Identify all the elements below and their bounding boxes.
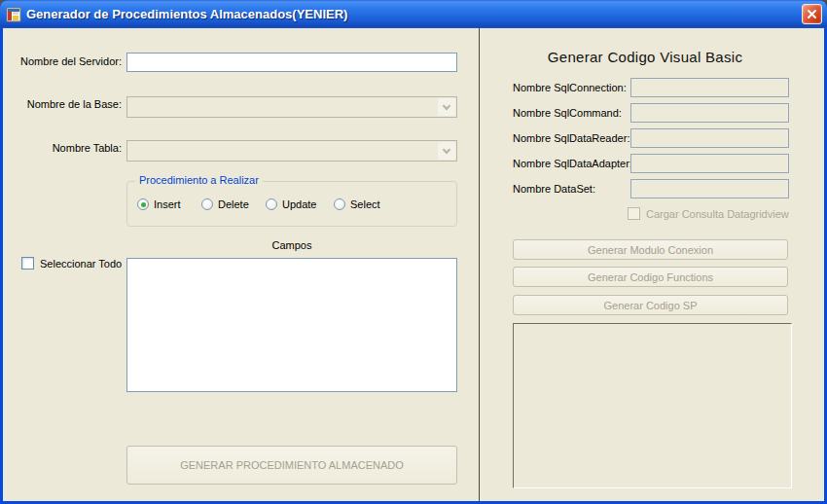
code-output-box[interactable] xyxy=(513,323,792,488)
dataset-input[interactable] xyxy=(630,179,789,198)
combobox-dropdown-button[interactable] xyxy=(438,98,455,116)
database-combobox[interactable] xyxy=(126,96,457,118)
campos-label: Campos xyxy=(126,239,457,251)
generate-functions-button[interactable]: Generar Codigo Functions xyxy=(513,267,788,287)
sqldatareader-label: Nombre SqlDataReader: xyxy=(513,132,629,144)
panel-divider xyxy=(479,28,480,501)
radio-delete[interactable]: Delete xyxy=(201,198,249,210)
app-icon xyxy=(6,7,21,22)
radio-icon xyxy=(201,198,213,210)
radio-icon xyxy=(334,198,345,210)
sqlconnection-input[interactable] xyxy=(630,78,789,97)
titlebar[interactable]: Generador de Procedimientos Almacenados(… xyxy=(0,0,827,28)
sqldataadapter-input[interactable] xyxy=(630,154,789,173)
close-button[interactable] xyxy=(802,4,822,24)
sqlconnection-label: Nombre SqlConnection: xyxy=(513,82,627,93)
table-combobox[interactable] xyxy=(126,140,457,162)
database-name-label: Nombre de la Base: xyxy=(15,98,122,110)
table-name-label: Nombre Tabla: xyxy=(15,142,122,154)
sqlcommand-input[interactable] xyxy=(630,103,789,123)
checkbox-icon xyxy=(628,207,640,220)
campos-listbox[interactable] xyxy=(126,258,457,392)
radio-update[interactable]: Update xyxy=(266,198,316,210)
chevron-down-icon xyxy=(443,145,450,153)
checkbox-label: Seleccionar Todo xyxy=(40,258,122,270)
dataset-label: Nombre DataSet: xyxy=(513,183,595,195)
server-name-label: Nombre del Servidor: xyxy=(15,55,122,67)
sqlcommand-label: Nombre SqlCommand: xyxy=(513,107,622,119)
sqldataadapter-label: Nombre SqlDataAdapter: xyxy=(513,158,632,169)
checkbox-label: Cargar Consulta Datagridview xyxy=(646,208,789,220)
window-title: Generador de Procedimientos Almacenados(… xyxy=(26,7,347,21)
datagridview-checkbox[interactable]: Cargar Consulta Datagridview xyxy=(628,207,789,220)
generate-sp-button[interactable]: Generar Codigo SP xyxy=(513,295,788,315)
vb-code-heading: Generar Codigo Visual Basic xyxy=(499,49,791,65)
server-name-input[interactable] xyxy=(126,53,457,72)
procedure-groupbox: Procedimiento a Realizar Insert Delete U… xyxy=(126,181,457,227)
select-all-checkbox[interactable]: Seleccionar Todo xyxy=(21,257,122,270)
form-client-area: Nombre del Servidor: Nombre de la Base: … xyxy=(3,28,824,501)
procedure-groupbox-title: Procedimiento a Realizar xyxy=(135,174,263,186)
radio-insert[interactable]: Insert xyxy=(137,198,181,210)
combobox-dropdown-button[interactable] xyxy=(438,142,455,160)
radio-select[interactable]: Select xyxy=(334,198,380,210)
radio-icon xyxy=(137,198,149,210)
checkbox-icon xyxy=(21,257,34,270)
radio-label: Update xyxy=(282,198,316,210)
radio-label: Select xyxy=(350,198,380,210)
close-icon xyxy=(807,9,817,19)
generate-module-button[interactable]: Generar Modulo Conexion xyxy=(513,239,788,260)
app-window: Generador de Procedimientos Almacenados(… xyxy=(0,0,827,504)
sqldatareader-input[interactable] xyxy=(630,128,789,148)
radio-label: Insert xyxy=(154,198,181,210)
radio-icon xyxy=(266,198,277,210)
radio-label: Delete xyxy=(218,198,249,210)
generate-procedure-button[interactable]: GENERAR PROCEDIMIENTO ALMACENADO xyxy=(126,446,457,485)
chevron-down-icon xyxy=(443,101,450,109)
